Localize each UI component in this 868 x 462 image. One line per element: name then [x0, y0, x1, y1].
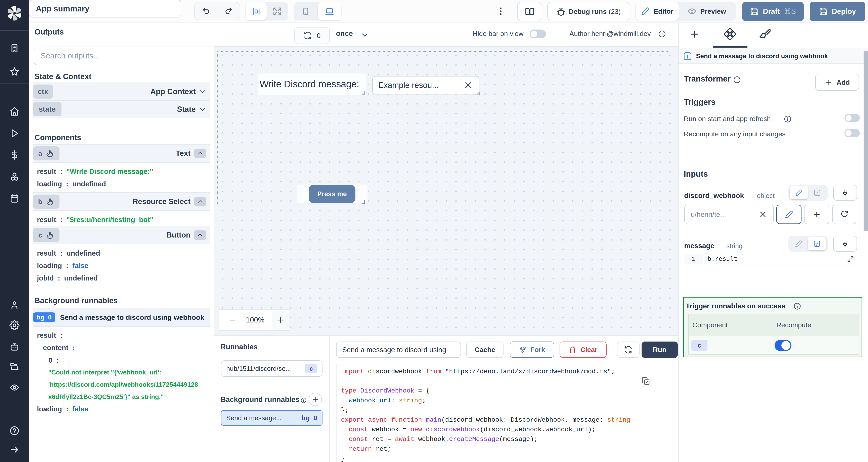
svg-text:f: f [816, 191, 818, 195]
svg-text:f: f [687, 54, 689, 59]
svg-text:f: f [816, 242, 818, 246]
